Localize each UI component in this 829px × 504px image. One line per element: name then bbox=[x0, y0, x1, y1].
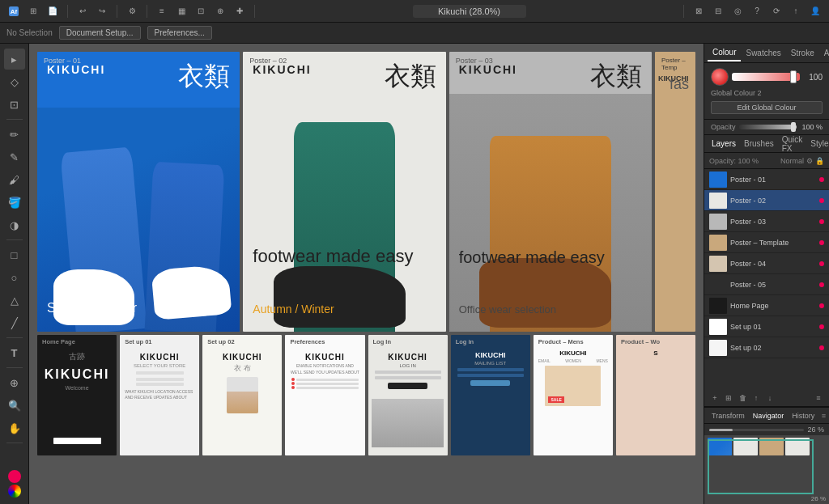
tab-navigator[interactable]: Navigator bbox=[749, 410, 789, 421]
small-setup2[interactable]: Set up 02 KIKUCHI 衣 布 bbox=[202, 335, 282, 455]
layer-item-7[interactable]: Set up 01 bbox=[704, 316, 829, 337]
redo-icon[interactable]: ↪ bbox=[95, 4, 109, 19]
color-slider-thumb[interactable] bbox=[790, 70, 797, 83]
poster-03-boot bbox=[479, 258, 611, 328]
share-icon[interactable]: ↑ bbox=[789, 4, 803, 19]
fill-color[interactable] bbox=[8, 470, 21, 483]
layer-thumb-1 bbox=[709, 193, 727, 209]
preferences-button[interactable]: Preferences... bbox=[147, 26, 212, 40]
opacity-thumb[interactable] bbox=[791, 122, 796, 132]
layer-blend-label: Normal bbox=[780, 157, 804, 165]
boolean-icon[interactable]: ⊕ bbox=[213, 4, 227, 19]
triangle-tool[interactable]: △ bbox=[4, 290, 25, 311]
align-icon[interactable]: ≡ bbox=[155, 4, 169, 19]
small-home[interactable]: Home Page 古跡 KIKUCHI Welcome bbox=[37, 335, 117, 455]
zoom-tool[interactable]: 🔍 bbox=[4, 395, 25, 416]
tab-stroke[interactable]: Stroke bbox=[786, 45, 819, 61]
color-slider[interactable] bbox=[732, 73, 800, 81]
group-icon[interactable]: ⊞ bbox=[723, 392, 734, 404]
arrange-icon[interactable]: ▦ bbox=[174, 4, 189, 19]
poster-01[interactable]: Poster – 01 KIKUCHI 衣類 Spring/Summer bbox=[37, 52, 240, 332]
layer-item-1[interactable]: Poster - 02 bbox=[704, 190, 829, 211]
color-swatch[interactable] bbox=[711, 68, 729, 86]
sync-icon[interactable]: ⟳ bbox=[769, 4, 784, 19]
small-product-mens[interactable]: Product – Mens KIKUCHI EMAILWOMENMENS SA… bbox=[534, 335, 613, 455]
delete-icon[interactable]: 🗑 bbox=[737, 392, 748, 404]
tab-appearance[interactable]: Appearance bbox=[819, 45, 829, 61]
layer-dot-0 bbox=[819, 177, 824, 182]
small-product-wo[interactable]: Product – Wo S bbox=[616, 335, 695, 455]
pencil-tool[interactable]: ✎ bbox=[4, 146, 25, 167]
doc-icon[interactable]: 📄 bbox=[45, 4, 60, 19]
poster-template[interactable]: Poster – Temp KIKUCHI fas bbox=[655, 52, 695, 332]
brush-tool[interactable]: 🖌 bbox=[4, 169, 25, 190]
select-tool[interactable]: ▸ bbox=[4, 49, 25, 70]
poster-template-label: Poster – Temp bbox=[661, 57, 695, 71]
rect-tool[interactable]: □ bbox=[4, 244, 25, 265]
layer-lock-icon[interactable]: 🔒 bbox=[815, 157, 824, 165]
login2-btn bbox=[470, 380, 510, 386]
layer-dot-8 bbox=[819, 345, 824, 350]
small-login[interactable]: Log In KIKUCHI LOG IN bbox=[368, 335, 448, 455]
line-tool[interactable]: ╱ bbox=[4, 312, 25, 333]
user-icon[interactable]: 👤 bbox=[808, 4, 823, 19]
canvas-area[interactable]: Poster – 01 KIKUCHI 衣類 Spring/Summer Pos… bbox=[29, 44, 704, 504]
pen-tool[interactable]: ✏ bbox=[4, 124, 25, 145]
edit-global-colour-button[interactable]: Edit Global Colour bbox=[711, 101, 823, 114]
layer-item-4[interactable]: Poster - 04 bbox=[704, 253, 829, 274]
layer-item-3[interactable]: Poster – Template bbox=[704, 232, 829, 253]
more-icon[interactable]: ≡ bbox=[813, 392, 824, 404]
settings-icon[interactable]: ⚙ bbox=[125, 4, 139, 19]
opacity-slider[interactable] bbox=[739, 125, 797, 129]
layer-item-8[interactable]: Set up 02 bbox=[704, 337, 829, 358]
pixel-icon[interactable]: ⊟ bbox=[711, 4, 725, 19]
tab-history[interactable]: History bbox=[788, 410, 818, 421]
layer-dot-7 bbox=[819, 324, 824, 329]
crop-tool[interactable]: ⊡ bbox=[4, 94, 25, 115]
small-setup1[interactable]: Set up 01 KIKUCHI SELECT YOUR STORE WHAT… bbox=[120, 335, 199, 455]
poster-03[interactable]: Poster – 03 KIKUCHI 衣類 footwear made eas… bbox=[449, 52, 652, 332]
layer-item-6[interactable]: Home Page bbox=[704, 295, 829, 316]
move-down-icon[interactable]: ↓ bbox=[764, 392, 776, 404]
gradient-tool[interactable]: ◑ bbox=[4, 214, 25, 235]
move-up-icon[interactable]: ↑ bbox=[750, 392, 762, 404]
poster-02[interactable]: Poster – 02 KIKUCHI 衣類 footwear made eas… bbox=[243, 52, 445, 332]
tab-layers[interactable]: Layers bbox=[708, 137, 740, 150]
transform-navigator-panel: Transform Navigator History ≡ 26 % bbox=[704, 407, 829, 504]
document-setup-button[interactable]: Document Setup... bbox=[59, 26, 141, 40]
poster-row-small: Home Page 古跡 KIKUCHI Welcome Set up 01 K… bbox=[29, 335, 704, 460]
tab-brushes[interactable]: Brushes bbox=[740, 137, 778, 150]
nav-menu-icon[interactable]: ≡ bbox=[822, 412, 826, 420]
layer-settings-icon[interactable]: ⚙ bbox=[806, 157, 813, 165]
tab-styles[interactable]: Styles bbox=[806, 137, 829, 150]
layer-item-0[interactable]: Poster - 01 bbox=[704, 169, 829, 190]
eyedropper-tool[interactable]: ⊕ bbox=[4, 372, 25, 393]
node-tool[interactable]: ◇ bbox=[4, 71, 25, 92]
help-icon[interactable]: ? bbox=[750, 4, 764, 19]
tab-quickfx[interactable]: Quick FX bbox=[778, 133, 807, 155]
home-bar bbox=[53, 438, 101, 444]
tab-colour[interactable]: Colour bbox=[708, 44, 741, 61]
navigator-canvas[interactable]: 26 % bbox=[704, 435, 829, 504]
small-prefs[interactable]: Preferences KIKUCHI ENABLE NOTIFICATIONS… bbox=[285, 335, 364, 455]
zoom-icon[interactable]: ◎ bbox=[730, 4, 745, 19]
layer-thumb-3 bbox=[709, 235, 727, 251]
text-tool[interactable]: T bbox=[4, 342, 25, 363]
grid-icon[interactable]: ⊞ bbox=[26, 4, 40, 19]
tab-transform[interactable]: Transform bbox=[708, 410, 749, 421]
add-layer-icon[interactable]: + bbox=[709, 392, 721, 404]
layer-item-2[interactable]: Poster - 03 bbox=[704, 211, 829, 232]
tab-swatches[interactable]: Swatches bbox=[741, 45, 785, 61]
zoom-slider[interactable] bbox=[709, 429, 804, 431]
view-icon[interactable]: ⊠ bbox=[691, 4, 706, 19]
layer-item-5[interactable]: Poster - 05 bbox=[704, 274, 829, 295]
insert-icon[interactable]: ✚ bbox=[232, 4, 247, 19]
undo-icon[interactable]: ↩ bbox=[75, 4, 90, 19]
small-login2[interactable]: Log in KIKUCHI MAILING LIST bbox=[451, 335, 530, 455]
sale-badge: SALE bbox=[548, 396, 563, 403]
stroke-color[interactable] bbox=[8, 485, 21, 498]
ellipse-tool[interactable]: ○ bbox=[4, 267, 25, 288]
transform-icon[interactable]: ⊡ bbox=[193, 4, 208, 19]
paint-tool[interactable]: 🪣 bbox=[4, 192, 25, 213]
pan-tool[interactable]: ✋ bbox=[4, 417, 25, 438]
